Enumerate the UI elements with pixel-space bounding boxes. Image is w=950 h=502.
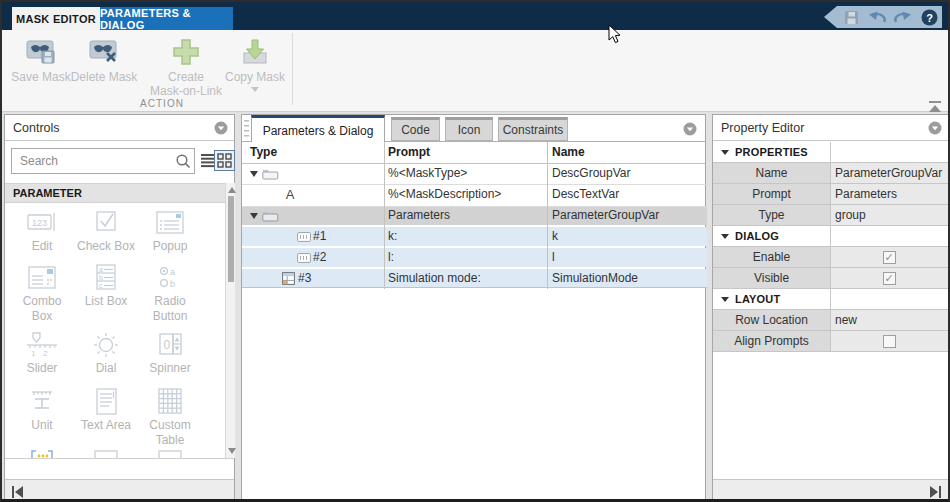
control-item-dial[interactable]: Dial [74, 330, 138, 376]
control-item-partial-2[interactable] [74, 449, 138, 458]
tab-parameters-and-dialog[interactable]: Parameters & Dialog [251, 115, 385, 143]
control-item-customtable[interactable]: Custom Table [138, 387, 202, 448]
visible-checkbox[interactable]: ✓ [883, 272, 896, 285]
pe-value-prompt[interactable]: Parameters [830, 184, 948, 204]
control-item-partial-1[interactable] [10, 449, 74, 458]
controls-panel-divider [5, 458, 234, 459]
slider-control-icon: 12 [24, 330, 60, 358]
undo-icon[interactable] [868, 8, 886, 26]
control-item-popup[interactable]: Popup [138, 208, 202, 254]
scroll-up-icon[interactable] [228, 187, 236, 193]
redo-icon[interactable] [894, 8, 912, 26]
column-prompt: Prompt [388, 145, 430, 159]
mask-editor-window: MASK EDITOR PARAMETERS & DIALOG ? [0, 0, 950, 502]
tab-icon[interactable]: Icon [445, 117, 493, 141]
control-item-textarea[interactable]: Text Area [74, 387, 138, 433]
scrollbar-thumb[interactable] [228, 196, 234, 282]
copy-mask-dropdown-icon[interactable] [251, 87, 259, 92]
radiobutton-control-icon: ab [152, 263, 188, 291]
delete-mask-button[interactable]: Delete Mask [68, 36, 140, 84]
scroll-down-icon[interactable] [228, 448, 236, 454]
svg-text:0: 0 [164, 338, 171, 352]
control-item-listbox[interactable]: abc List Box [74, 263, 138, 309]
spinner-control-icon: 0 [152, 330, 188, 358]
customtable-control-icon [152, 387, 188, 415]
tab-mask-editor[interactable]: MASK EDITOR [12, 7, 100, 30]
property-editor-panel: Property Editor PROPERTIES Name Paramete… [712, 114, 949, 500]
dialog-collapse-icon[interactable] [683, 122, 697, 140]
tab-parameters-dialog[interactable]: PARAMETERS & DIALOG [100, 7, 233, 30]
enable-checkbox[interactable]: ✓ [883, 251, 896, 264]
save-mask-label: Save Mask [11, 70, 70, 84]
quick-access-toolbar: ? [824, 6, 942, 28]
property-editor-bottom-bar [713, 479, 948, 499]
group-icon [262, 211, 279, 222]
save-mask-button[interactable]: Save Mask [10, 36, 72, 84]
section-expander-icon[interactable] [721, 297, 729, 302]
tab-parameters-dialog-label: PARAMETERS & DIALOG [100, 7, 233, 31]
table-row-descgroup[interactable]: %<MaskType> DescGroupVar [242, 164, 707, 185]
expander-icon[interactable] [250, 171, 258, 177]
svg-text:?: ? [926, 11, 933, 23]
column-type: Type [250, 145, 277, 159]
dialog-panel: Parameters & Dialog Code Icon Constraint… [241, 114, 706, 500]
control-item-combobox[interactable]: Combo Box [10, 263, 74, 324]
control-item-checkbox[interactable]: Check Box [74, 208, 138, 254]
group-icon [262, 169, 279, 180]
textarea-control-icon [88, 387, 124, 415]
pe-value-rowlocation[interactable]: new [830, 310, 948, 330]
control-item-edit[interactable]: 123 Edit [10, 208, 74, 254]
dialog-table-header: Type Prompt Name [242, 142, 705, 164]
table-row-simulationmode[interactable]: #3 Simulation mode: SimulationMode [242, 269, 707, 288]
controls-panel-header: Controls [5, 115, 234, 141]
copy-mask-button[interactable]: Copy Mask [222, 36, 288, 92]
listbox-control-icon: abc [88, 263, 124, 291]
pe-value-type[interactable]: group [830, 205, 948, 225]
save-icon[interactable] [842, 8, 860, 26]
svg-text:1: 1 [31, 349, 36, 358]
property-editor-title: Property Editor [721, 121, 804, 135]
controls-scrollbar[interactable] [225, 183, 235, 458]
svg-text:c: c [99, 282, 103, 289]
controls-panel: Controls PARAMETER 123 Edit [4, 114, 235, 500]
column-divider[interactable] [547, 142, 548, 289]
create-mask-label-2: Mask-on-Link [150, 84, 222, 98]
ribbon-section-divider [292, 33, 293, 105]
expander-icon[interactable] [250, 213, 258, 219]
pe-value-name[interactable]: ParameterGroupVar [830, 163, 948, 183]
table-row-k[interactable]: #1 k: k [242, 227, 707, 246]
property-editor-collapse-icon[interactable] [928, 121, 942, 138]
section-expander-icon[interactable] [721, 234, 729, 239]
toolstrip-tab-bar: MASK EDITOR PARAMETERS & DIALOG ? [2, 2, 948, 30]
align-prompts-checkbox[interactable] [883, 335, 896, 348]
table-row-parametergroup-selected[interactable]: Parameters ParameterGroupVar [242, 207, 707, 225]
table-row-desctext[interactable]: A %<MaskDescription> DescTextVar [242, 185, 707, 207]
edit-param-icon [297, 232, 311, 242]
svg-text:a: a [170, 267, 175, 277]
help-icon[interactable]: ? [920, 8, 938, 26]
edit-param-icon [297, 253, 311, 263]
create-mask-on-link-icon [172, 36, 200, 66]
control-item-spinner[interactable]: 0 Spinner [138, 330, 202, 376]
control-item-radiobutton[interactable]: ab Radio Button [138, 263, 202, 324]
table-row-l[interactable]: #2 l: l [242, 248, 707, 267]
collapse-left-panel-icon[interactable] [11, 484, 25, 502]
create-mask-on-link-button[interactable]: Create Mask-on-Link [144, 36, 228, 98]
search-input[interactable] [11, 148, 195, 174]
control-item-partial-3[interactable] [138, 449, 202, 458]
section-expander-icon[interactable] [721, 150, 729, 155]
control-item-slider[interactable]: 12 Slider [10, 330, 74, 376]
delete-mask-icon [88, 36, 120, 66]
tabs-grip-icon[interactable] [244, 119, 250, 138]
controls-collapse-icon[interactable] [214, 121, 228, 138]
control-item-unit[interactable]: Unit [10, 387, 74, 433]
tab-constraints[interactable]: Constraints [498, 117, 568, 141]
column-name: Name [552, 145, 585, 159]
pe-column-divider[interactable] [830, 142, 831, 352]
grid-view-button[interactable] [214, 150, 235, 171]
tab-code[interactable]: Code [391, 117, 440, 141]
create-mask-label-1: Create [168, 70, 204, 84]
text-param-icon: A [282, 187, 298, 202]
column-divider[interactable] [384, 142, 385, 289]
collapse-right-panel-icon[interactable] [928, 484, 942, 502]
